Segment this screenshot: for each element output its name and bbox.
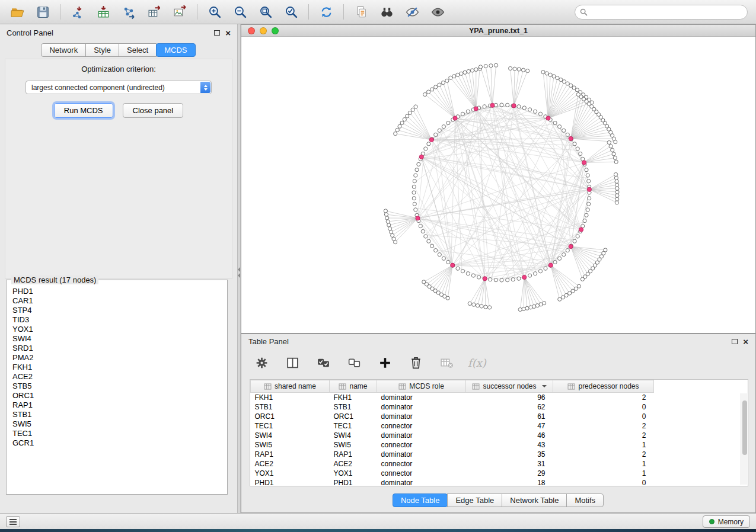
table-row[interactable]: YOX1YOX1connector291: [251, 469, 748, 478]
mcds-result-item[interactable]: SWI4: [9, 334, 225, 344]
window-maximize-icon[interactable]: [272, 27, 279, 34]
mcds-result-item[interactable]: CAR1: [9, 296, 225, 306]
table-row[interactable]: PHD1PHD1dominator180: [251, 478, 748, 486]
table-cell: 1: [553, 469, 654, 478]
show-all-icon[interactable]: [426, 2, 449, 22]
table-header-row: shared name name MCDS role successor nod…: [251, 380, 748, 393]
mcds-result-item[interactable]: FKH1: [9, 363, 225, 372]
splitter-collapse-icon[interactable]: [238, 266, 240, 279]
tab-node-table[interactable]: Node Table: [393, 493, 448, 507]
cytoscape-window: Control Panel × Network Style Select MCD…: [0, 0, 756, 532]
window-minimize-icon[interactable]: [260, 27, 267, 34]
table-panel-header: Table Panel ×: [241, 334, 755, 349]
column-header-shared-name[interactable]: shared name: [251, 380, 330, 393]
table-cell: ORC1: [330, 412, 377, 421]
status-bar: Memory: [0, 513, 756, 529]
search-input[interactable]: [591, 8, 742, 16]
table-row[interactable]: STB1STB1dominator620: [251, 402, 748, 412]
mcds-result-item[interactable]: TEC1: [9, 429, 225, 438]
table-row[interactable]: ACE2ACE2connector311: [251, 459, 748, 469]
delete-column-icon[interactable]: [406, 353, 425, 372]
hide-selected-icon[interactable]: [401, 2, 423, 22]
refresh-layout-icon[interactable]: [315, 2, 337, 22]
memory-button[interactable]: Memory: [703, 515, 750, 528]
table-row[interactable]: SWI4SWI4dominator462: [251, 431, 748, 440]
table-cell: dominator: [377, 478, 466, 486]
mcds-result-item[interactable]: YOX1: [9, 325, 225, 334]
column-header-predecessor-nodes[interactable]: predecessor nodes: [553, 380, 654, 393]
table-row[interactable]: FKH1FKH1dominator962: [251, 393, 748, 403]
open-session-icon[interactable]: [6, 2, 28, 22]
mcds-result-item[interactable]: PHD1: [9, 287, 225, 296]
export-table-icon[interactable]: [143, 2, 165, 22]
window-close-icon[interactable]: [248, 27, 255, 34]
tab-network[interactable]: Network: [41, 43, 86, 57]
table-row[interactable]: TEC1TEC1connector472: [251, 421, 748, 431]
tab-style[interactable]: Style: [85, 43, 119, 57]
table-settings-icon[interactable]: [252, 353, 271, 372]
table-row[interactable]: ORC1ORC1dominator610: [251, 412, 748, 421]
tab-mcds[interactable]: MCDS: [156, 43, 195, 57]
tab-network-table[interactable]: Network Table: [502, 493, 567, 507]
show-columns-icon[interactable]: [283, 353, 302, 372]
network-view-window: YPA_prune.txt_1: [241, 24, 756, 334]
select-all-icon[interactable]: [314, 353, 333, 372]
zoom-out-icon[interactable]: [229, 2, 251, 22]
network-canvas[interactable]: [241, 37, 755, 333]
close-panel-button[interactable]: Close panel: [123, 103, 184, 118]
mcds-result-item[interactable]: RAP1: [9, 400, 225, 410]
export-network-icon[interactable]: [117, 2, 140, 22]
import-table-icon[interactable]: [92, 2, 114, 22]
column-header-name[interactable]: name: [330, 380, 377, 393]
mcds-result-item[interactable]: TID3: [9, 315, 225, 325]
optimization-select[interactable]: largest connected component (undirected): [25, 81, 212, 94]
mcds-result-item[interactable]: STP4: [9, 306, 225, 315]
run-mcds-button[interactable]: Run MCDS: [54, 103, 113, 118]
tab-edge-table[interactable]: Edge Table: [447, 493, 502, 507]
mcds-result-item[interactable]: STB5: [9, 382, 225, 391]
tab-select[interactable]: Select: [119, 43, 157, 57]
close-panel-icon[interactable]: ×: [225, 28, 231, 37]
float-panel-icon[interactable]: [732, 339, 738, 344]
mcds-result-item[interactable]: ORC1: [9, 391, 225, 400]
close-panel-icon[interactable]: ×: [743, 337, 748, 346]
column-menu-arrow-icon[interactable]: [542, 385, 547, 387]
mcds-result-item[interactable]: STB1: [9, 410, 225, 419]
status-menu-button[interactable]: [6, 516, 20, 527]
column-header-successor-nodes[interactable]: successor nodes: [466, 380, 553, 393]
mcds-result-item[interactable]: SRD1: [9, 344, 225, 353]
clone-network-icon[interactable]: [350, 2, 372, 22]
deselect-all-icon[interactable]: [344, 353, 363, 372]
table-row[interactable]: SWI5SWI5connector431: [251, 440, 748, 450]
node-table-body: FKH1FKH1dominator962STB1STB1dominator620…: [251, 393, 748, 487]
control-panel-title: Control Panel: [7, 28, 53, 37]
mcds-result-item[interactable]: PMA2: [9, 353, 225, 363]
table-cell: dominator: [377, 450, 466, 459]
table-toolbar: f(x): [241, 349, 755, 376]
table-cell: FKH1: [251, 393, 330, 403]
mcds-result-item[interactable]: ACE2: [9, 372, 225, 382]
zoom-fit-icon[interactable]: [254, 2, 277, 22]
table-cell: PHD1: [330, 478, 377, 486]
add-column-icon[interactable]: [375, 353, 394, 372]
table-scrollbar[interactable]: [741, 393, 747, 485]
import-network-icon[interactable]: [66, 2, 89, 22]
search-icon: [580, 8, 588, 16]
mcds-result-item[interactable]: SWI5: [9, 419, 225, 429]
tab-motifs[interactable]: Motifs: [566, 493, 604, 507]
toolbar-separator: [60, 4, 60, 20]
save-session-icon[interactable]: [31, 2, 54, 22]
export-image-icon[interactable]: [168, 2, 191, 22]
mcds-result-item[interactable]: GCR1: [9, 438, 225, 448]
search-network-icon[interactable]: [375, 2, 398, 22]
zoom-selected-icon[interactable]: [280, 2, 302, 22]
table-cell: ACE2: [330, 459, 377, 469]
table-panel-tabs: Node Table Edge Table Network Table Moti…: [241, 493, 755, 507]
table-cell: 2: [553, 431, 654, 440]
float-panel-icon[interactable]: [214, 30, 220, 36]
table-row[interactable]: RAP1RAP1dominator352: [251, 450, 748, 459]
zoom-in-icon[interactable]: [203, 2, 226, 22]
scrollbar-thumb[interactable]: [742, 400, 747, 455]
table-cell: 31: [466, 459, 553, 469]
column-header-mcds-role[interactable]: MCDS role: [377, 380, 466, 393]
